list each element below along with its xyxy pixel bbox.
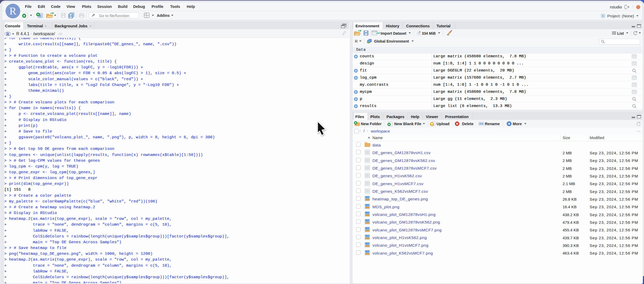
svg-text:R: R — [6, 32, 10, 36]
svg-text:R: R — [602, 14, 604, 17]
